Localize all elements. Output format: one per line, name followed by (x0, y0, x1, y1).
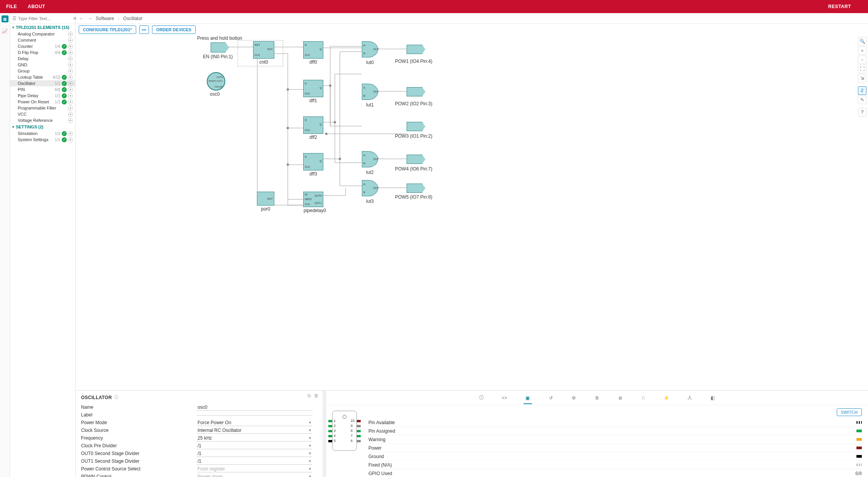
block-pow5[interactable] (407, 184, 425, 193)
property-value[interactable]: Force Power On▼ (197, 420, 312, 426)
tree-item[interactable]: Counter1/4✓+ (10, 43, 75, 49)
tab-graph-icon[interactable]: 人 (686, 394, 694, 402)
add-element-icon[interactable]: + (68, 87, 73, 92)
property-value[interactable]: From register▼ (197, 466, 312, 472)
add-element-icon[interactable]: + (68, 99, 73, 105)
nav-back-icon[interactable]: ← (79, 15, 84, 22)
chip-pin (357, 435, 361, 437)
tree-group-header[interactable]: ▾TPLD1201 ELEMENTS (15) (10, 24, 75, 31)
components-view-icon[interactable]: ▦ (2, 15, 8, 22)
tree-group-header[interactable]: ▾SETTINGS (2) (10, 123, 75, 130)
add-element-icon[interactable]: + (68, 75, 73, 80)
edit-tool-icon[interactable]: ✎ (858, 96, 866, 104)
property-value[interactable]: Internal RC Oscillator▼ (197, 427, 312, 434)
tab-power-icon[interactable]: ⚡ (662, 394, 671, 402)
copy-icon[interactable]: ⧉ (307, 393, 311, 398)
layout-icon[interactable]: ⇲ (858, 74, 866, 83)
tree-item[interactable]: Lookup Table4/10✓+ (10, 74, 75, 80)
tab-sliders-icon[interactable]: ⚙ (570, 394, 578, 402)
property-value[interactable]: Power down▼ (197, 474, 312, 477)
property-value[interactable]: /1▼ (197, 450, 312, 457)
add-element-icon[interactable]: + (68, 44, 73, 49)
breadcrumb-root[interactable]: Software (96, 16, 114, 21)
property-value[interactable] (197, 415, 312, 416)
block-dff2[interactable]: D Q CLK dff2 (303, 116, 323, 134)
block-pipedelay0[interactable]: IN NRST CLK OUT0 OUT1 pipedelay0 (303, 192, 323, 207)
route-tool-icon[interactable]: Ƨ (858, 86, 866, 95)
tab-layout-icon[interactable]: ◧ (709, 394, 717, 402)
zoom-tool-icon[interactable]: 🔍 (858, 37, 866, 46)
add-element-icon[interactable]: + (68, 50, 73, 55)
switch-button[interactable]: SWITCH (837, 408, 862, 416)
tree-item[interactable]: Voltage Reference+ (10, 117, 75, 123)
tree-item[interactable]: GND+ (10, 62, 75, 68)
tree-item[interactable]: System Settings1/1✓+ (10, 137, 75, 143)
tree-item[interactable]: Group+ (10, 68, 75, 74)
block-cnt0[interactable]: RST OUT CLK cnt0 (253, 41, 274, 59)
tree-item[interactable]: Delay+ (10, 56, 75, 62)
block-pow4[interactable] (407, 155, 425, 164)
tab-stack-icon[interactable]: ≣ (616, 394, 625, 402)
add-element-icon[interactable]: + (68, 112, 73, 117)
tree-item[interactable]: Power On Reset1/1✓+ (10, 99, 75, 105)
block-dff0[interactable]: D Q CLK dff0 (303, 41, 323, 59)
add-element-icon[interactable]: + (68, 62, 73, 67)
sidebar-filter-input[interactable] (18, 16, 71, 21)
property-value[interactable]: /1▼ (197, 443, 312, 449)
breadcrumb-leaf[interactable]: Oscillator (123, 16, 142, 21)
tree-item[interactable]: D Flip Flop4/4✓+ (10, 49, 75, 56)
add-element-icon[interactable]: + (68, 106, 73, 111)
nav-forward-icon[interactable]: → (87, 15, 93, 22)
tree-item[interactable]: Analog Comparator+ (10, 31, 75, 37)
property-value[interactable]: 25 kHz▼ (197, 435, 312, 442)
more-actions-button[interactable]: ••• (139, 25, 149, 34)
add-element-icon[interactable]: + (68, 56, 73, 61)
tree-item[interactable]: PIN6/8✓+ (10, 86, 75, 93)
menu-restart[interactable]: RESTART (828, 4, 851, 9)
menu-about[interactable]: ABOUT (28, 4, 45, 9)
configure-device-button[interactable]: CONFIGURE TPLD1201* (79, 25, 136, 34)
zoom-in-icon[interactable]: ＋ (858, 46, 866, 55)
delete-icon[interactable]: 🗑 (314, 393, 319, 398)
property-value[interactable]: /1▼ (197, 458, 312, 465)
schematic-canvas[interactable]: Press and hold button EN (IN0 Pin:1) RST… (76, 35, 868, 390)
zoom-out-icon[interactable]: － (858, 56, 866, 64)
block-pow1[interactable] (407, 45, 425, 54)
add-element-icon[interactable]: + (68, 118, 73, 123)
graph-view-icon[interactable]: 📈 (2, 28, 8, 35)
block-en-input[interactable] (211, 42, 229, 52)
tab-wave-icon[interactable]: ⎍ (639, 394, 648, 402)
tree-item[interactable]: Oscillator1/1✓+ (10, 80, 75, 86)
block-dff1[interactable]: D Q CLK dff1 (303, 80, 323, 97)
tab-doc-icon[interactable]: 🗎 (593, 394, 601, 402)
add-element-icon[interactable]: + (68, 93, 73, 98)
block-por0[interactable]: OUT por0 (257, 192, 274, 206)
info-icon[interactable]: ⓘ (114, 394, 118, 400)
tree-item[interactable]: Comment+ (10, 37, 75, 43)
add-element-icon[interactable]: + (68, 38, 73, 43)
add-element-icon[interactable]: + (68, 81, 73, 86)
tree-item[interactable]: Pipe Delay1/1✓+ (10, 93, 75, 99)
tab-code-icon[interactable]: <> (500, 394, 509, 402)
properties-scrollbar[interactable] (323, 391, 326, 477)
filter-icon[interactable]: ☰ (12, 16, 17, 21)
order-devices-button[interactable]: ORDER DEVICES (152, 25, 196, 34)
menu-file[interactable]: FILE (6, 4, 17, 9)
tab-info-icon[interactable]: ⓘ (477, 394, 486, 402)
add-element-icon[interactable]: + (68, 32, 73, 37)
tree-item[interactable]: VCC+ (10, 111, 75, 117)
tree-item[interactable]: Simulation1/1✓+ (10, 130, 75, 137)
block-pow2[interactable] (407, 87, 425, 96)
block-osc0[interactable]: PDWN OUT0 OUT1 OSC/24 (207, 72, 225, 91)
property-value[interactable]: osc0 (197, 404, 312, 411)
block-pow3[interactable] (407, 122, 425, 131)
add-element-icon[interactable]: + (68, 131, 73, 136)
help-icon[interactable]: ? (858, 108, 866, 116)
block-dff3[interactable]: D Q CLK dff3 (303, 153, 323, 170)
fit-screen-icon[interactable]: ⛶ (858, 65, 866, 73)
add-element-icon[interactable]: + (68, 69, 73, 74)
tree-item[interactable]: Programmable Filter+ (10, 105, 75, 111)
add-element-icon[interactable]: + (68, 137, 73, 142)
tab-history-icon[interactable]: ↺ (547, 394, 555, 402)
tab-chip-icon[interactable]: ▣ (524, 396, 532, 404)
